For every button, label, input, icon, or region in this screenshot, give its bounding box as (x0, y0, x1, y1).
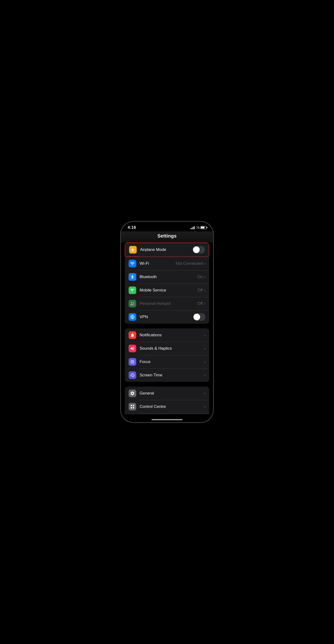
hotspot-icon (128, 300, 136, 308)
control-centre-icon (128, 403, 136, 410)
focus-chevron: › (204, 360, 206, 364)
phone-frame: 4:16 78 Settings (120, 221, 214, 423)
notch (149, 222, 185, 230)
personal-hotspot-row[interactable]: Personal Hotspot Off › (125, 297, 209, 310)
mobile-service-value: Off (197, 288, 202, 293)
focus-label: Focus (140, 360, 204, 364)
screen-time-chevron: › (204, 373, 206, 377)
vpn-toggle[interactable] (193, 313, 206, 321)
notifications-icon (128, 331, 136, 339)
notifications-label: Notifications (140, 333, 204, 338)
general-row[interactable]: General › (125, 387, 209, 400)
airplane-mode-row[interactable]: Airplane Mode (125, 242, 209, 257)
personal-hotspot-label: Personal Hotspot (140, 301, 197, 306)
personal-hotspot-chevron: › (204, 302, 206, 306)
connectivity-group: Airplane Mode Wi-Fi Not Connected › (125, 242, 209, 324)
wifi-value: Not Connected (176, 261, 202, 266)
sounds-haptics-row[interactable]: Sounds & Haptics › (125, 342, 209, 355)
status-time: 4:16 (128, 225, 136, 230)
settings-header: Settings (121, 231, 213, 242)
svg-rect-5 (133, 405, 134, 406)
notifications-row[interactable]: Notifications › (125, 328, 209, 342)
general-icon (128, 390, 136, 397)
svg-rect-4 (131, 405, 132, 406)
svg-rect-6 (131, 407, 132, 408)
sounds-icon (128, 345, 136, 352)
mobile-service-chevron: › (204, 288, 206, 292)
screen-time-row[interactable]: Screen Time › (125, 368, 209, 382)
settings-content[interactable]: Airplane Mode Wi-Fi Not Connected › (121, 242, 213, 414)
battery-percent: 78 (196, 226, 200, 230)
personal-hotspot-value: Off (197, 301, 202, 306)
page-title: Settings (158, 233, 177, 238)
home-indicator (152, 419, 182, 420)
display-brightness-row[interactable]: Display & Brightness › (125, 413, 209, 414)
screen-time-label: Screen Time (140, 373, 204, 378)
vpn-icon (128, 313, 136, 321)
wifi-icon (128, 260, 136, 268)
mobile-service-label: Mobile Service (140, 288, 197, 293)
mobile-service-icon (128, 286, 136, 294)
airplane-mode-toggle[interactable] (192, 246, 205, 254)
battery: 78 (196, 226, 206, 230)
svg-rect-7 (133, 407, 134, 408)
vpn-row[interactable]: VPN (125, 310, 209, 324)
wifi-chevron: › (204, 262, 206, 266)
control-centre-chevron: › (204, 404, 206, 409)
notifications-group: Notifications › Sounds & Haptics › (125, 328, 209, 382)
sounds-haptics-label: Sounds & Haptics (140, 346, 204, 351)
general-group: General › Control Centre › (125, 387, 209, 414)
status-icons: 78 (190, 226, 206, 230)
general-label: General (140, 391, 204, 396)
sounds-haptics-chevron: › (204, 346, 206, 350)
bluetooth-row[interactable]: Bluetooth On › (125, 270, 209, 284)
mobile-service-row[interactable]: Mobile Service Off › (125, 284, 209, 297)
bluetooth-icon (128, 273, 136, 281)
control-centre-label: Control Centre (140, 404, 204, 409)
notifications-chevron: › (204, 333, 206, 337)
wifi-label: Wi-Fi (140, 261, 176, 266)
focus-row[interactable]: Focus › (125, 355, 209, 368)
screen-time-icon (128, 371, 136, 379)
focus-icon (128, 358, 136, 366)
phone-screen: 4:16 78 Settings (121, 222, 213, 422)
battery-icon (200, 226, 206, 229)
bluetooth-label: Bluetooth (140, 274, 197, 279)
wifi-row[interactable]: Wi-Fi Not Connected › (125, 257, 209, 270)
signal-icon (190, 226, 195, 229)
vpn-label: VPN (140, 314, 193, 320)
airplane-mode-icon (129, 246, 137, 254)
control-centre-row[interactable]: Control Centre › (125, 400, 209, 413)
bluetooth-value: On (197, 274, 203, 279)
general-chevron: › (204, 391, 206, 396)
airplane-mode-label: Airplane Mode (140, 247, 192, 252)
bluetooth-chevron: › (204, 275, 206, 279)
